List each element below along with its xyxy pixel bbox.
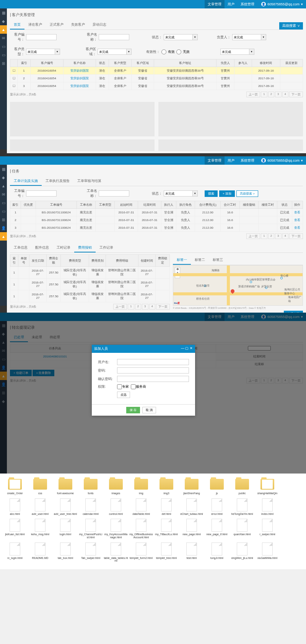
- file[interactable]: add_user_tree.html: [53, 498, 78, 516]
- file[interactable]: kehu_msg.html: [28, 518, 53, 539]
- radio-invalid[interactable]: [176, 49, 181, 54]
- sidebar-item[interactable]: ◆: [0, 17, 7, 25]
- folder[interactable]: img3: [154, 477, 179, 495]
- add-button[interactable]: + 添加: [219, 190, 235, 197]
- file[interactable]: heTongDaYin.html: [230, 498, 255, 516]
- pager-link[interactable]: 1: [128, 304, 134, 310]
- sidebar-item[interactable]: ▭: [0, 198, 7, 207]
- modal-controls[interactable]: — ▢ ✕: [181, 346, 193, 351]
- file[interactable]: new_page.html: [179, 518, 204, 539]
- file[interactable]: test.html: [179, 542, 204, 562]
- subtab-expense[interactable]: 费用报销: [74, 244, 96, 252]
- checkbox-expert[interactable]: [117, 384, 122, 389]
- table-row[interactable]: 12016-07-27257.50城际交通(动车高铁)增值税发票邯郸到唐山市第二…: [10, 290, 170, 302]
- input-username[interactable]: [117, 359, 189, 365]
- sidebar-item[interactable]: ▲: [0, 182, 7, 190]
- pager-link[interactable]: 下一页: [156, 304, 170, 310]
- file[interactable]: table_data_tables.html: [103, 542, 129, 562]
- adv-search-button[interactable]: 高级搜索 ∨: [279, 22, 303, 29]
- input-password[interactable]: [117, 367, 189, 374]
- user-menu[interactable]: 👤605875855@qq.com ▾: [261, 2, 303, 7]
- file[interactable]: calendar.html: [78, 498, 103, 516]
- folder[interactable]: fonts: [78, 477, 103, 495]
- tab-formal[interactable]: 正式客户: [46, 21, 67, 29]
- file[interactable]: eChart_tubiao.html: [179, 498, 204, 516]
- sidebar-item[interactable]: ▦: [0, 8, 7, 17]
- file[interactable]: login.html: [53, 518, 78, 539]
- input-order-code[interactable]: [26, 190, 57, 197]
- pager-link[interactable]: 4: [282, 92, 288, 97]
- table-row[interactable]: ☐320160416054安庆纺织医院潜在全保客户安徽省安徽安庆纺织南路西巷38…: [10, 82, 303, 90]
- table-row[interactable]: ☐220160416054安庆纺织医院潜在全保客户安徽省安徽安庆纺织南路西巷38…: [10, 75, 303, 82]
- table-row[interactable]: 12016-07-27257.50城际交通(动车高铁)增值税发票邯郸到唐山市第二…: [10, 267, 170, 279]
- input-password-confirm[interactable]: [117, 376, 189, 382]
- dropdown-icon[interactable]: ▾: [55, 49, 60, 55]
- file[interactable]: r_swiper.html: [255, 518, 280, 539]
- file[interactable]: templet_tree.html: [154, 542, 179, 562]
- sidebar-item[interactable]: ⊞: [0, 59, 7, 67]
- pager-link[interactable]: 上一页: [246, 233, 260, 239]
- nav-system[interactable]: 系统管理: [238, 0, 257, 8]
- folder[interactable]: jianShenFang: [179, 477, 204, 495]
- sidebar-item[interactable]: ⊞: [0, 215, 7, 224]
- pager-link[interactable]: 3: [275, 92, 281, 97]
- save-button[interactable]: 保 存: [126, 407, 140, 413]
- sidebar-item-active[interactable]: ▲: [0, 25, 7, 34]
- file[interactable]: def.html: [154, 498, 179, 516]
- dropdown-icon[interactable]: ▾: [126, 49, 132, 55]
- subtab-info[interactable]: 工单信息: [10, 244, 31, 252]
- file[interactable]: my_ChannelPushList.html: [78, 518, 103, 539]
- table-row[interactable]: 2BS-20160731100624南充出差2016-07-312016-07-…: [10, 216, 303, 224]
- file[interactable]: my_KeyAccountManage.html: [103, 518, 129, 539]
- sidebar-item[interactable]: ✉: [0, 190, 7, 198]
- folder[interactable]: font-awesome: [53, 477, 78, 495]
- select-area[interactable]: [98, 49, 127, 55]
- pager-link[interactable]: 下一页: [289, 92, 303, 97]
- file[interactable]: abc.html: [2, 498, 28, 516]
- sidebar-item[interactable]: ▭: [0, 207, 7, 215]
- tab-audit[interactable]: 工单审核与结算: [73, 177, 105, 186]
- maptab-2[interactable]: 标签二: [191, 256, 209, 265]
- file[interactable]: my_OfflineBusinessAccount.html: [129, 518, 154, 539]
- file[interactable]: jieKuan_list.html: [2, 518, 28, 539]
- select-extra[interactable]: [220, 49, 249, 55]
- select-status[interactable]: [164, 34, 193, 40]
- pager-link[interactable]: 上一页: [113, 304, 127, 310]
- input-code[interactable]: [26, 34, 57, 40]
- file[interactable]: new_page_if.html: [204, 518, 230, 539]
- pager-link[interactable]: 1: [261, 233, 267, 239]
- maptab-1[interactable]: 标签一: [173, 256, 191, 265]
- tab-potential[interactable]: 潜在客户: [24, 21, 46, 29]
- file[interactable]: quanXian.html: [230, 518, 255, 539]
- select-owner[interactable]: [232, 34, 261, 40]
- tab-home[interactable]: 首页: [10, 21, 24, 29]
- select-status[interactable]: [164, 190, 193, 197]
- table-row[interactable]: 12016-07-27257.50城际交通(动车高铁)增值税发票邯郸到唐山市第二…: [10, 279, 170, 290]
- radio-valid[interactable]: [161, 49, 166, 54]
- maptab-3[interactable]: 标签三: [209, 256, 227, 265]
- table-row[interactable]: 3BS-20160731100624南充出差2016-07-312016-07-…: [10, 224, 303, 232]
- pager-link[interactable]: 3: [142, 304, 148, 310]
- tab-exec[interactable]: 工单执行及报告: [42, 177, 73, 186]
- dropdown-icon[interactable]: ▾: [192, 34, 198, 40]
- map[interactable]: ⊕+− 海狮路 内山楠华新区管理委员会 安心楼 新通济桥购物广场 岁宝百货 海淘…: [173, 265, 303, 306]
- sidebar-item[interactable]: ▭: [0, 42, 7, 51]
- sidebar-item[interactable]: ▦: [0, 165, 7, 173]
- search-button[interactable]: 搜索: [205, 190, 218, 197]
- nav-articles[interactable]: 文章管理: [205, 0, 225, 8]
- table-row[interactable]: 1BS-20160731100624南充出差2016-07-312016-07-…: [10, 209, 303, 216]
- pager-link[interactable]: 1: [261, 92, 267, 97]
- adv-search-button[interactable]: 高级搜索 >: [236, 190, 258, 197]
- pager-link[interactable]: 2: [135, 304, 141, 310]
- pager-link[interactable]: 上一页: [246, 92, 260, 97]
- file[interactable]: rc_login.html: [2, 542, 28, 562]
- zoom-controls[interactable]: ⊕+−: [175, 267, 180, 278]
- select-button[interactable]: 点选: [117, 392, 130, 398]
- folder[interactable]: css: [28, 477, 53, 495]
- subtab-worklog[interactable]: 工作记录: [96, 244, 117, 252]
- tab-plan[interactable]: 工单计划及实施: [10, 177, 42, 186]
- tab-invalid[interactable]: 失效客户: [67, 21, 89, 29]
- nav-users[interactable]: 用户: [225, 156, 238, 165]
- nav-articles[interactable]: 文章管理: [205, 156, 225, 165]
- file[interactable]: README.MD: [28, 542, 53, 562]
